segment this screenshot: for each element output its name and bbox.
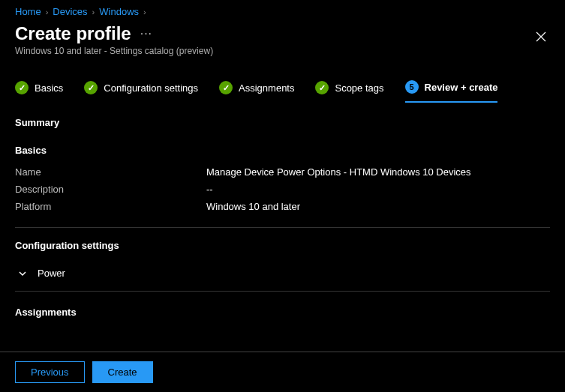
more-icon[interactable]: ··· — [140, 27, 152, 40]
kv-row-name: Name Manage Device Power Options - HTMD … — [15, 166, 550, 178]
check-icon: ✓ — [15, 81, 29, 94]
breadcrumb: Home › Devices › Windows › — [0, 0, 565, 20]
chevron-right-icon: › — [46, 7, 49, 16]
check-icon: ✓ — [84, 81, 98, 94]
tab-basics[interactable]: ✓ Basics — [15, 80, 63, 103]
footer-bar: Previous Create — [0, 352, 565, 392]
tab-review-create[interactable]: 5 Review + create — [405, 80, 498, 103]
summary-heading: Summary — [15, 117, 550, 128]
kv-row-platform: Platform Windows 10 and later — [15, 201, 550, 212]
check-icon: ✓ — [219, 81, 233, 94]
kv-row-description: Description -- — [15, 184, 550, 195]
basics-heading: Basics — [15, 145, 550, 156]
breadcrumb-devices[interactable]: Devices — [53, 6, 87, 17]
power-collapsible[interactable]: Power — [15, 262, 550, 292]
configuration-settings-heading: Configuration settings — [15, 240, 550, 251]
create-button[interactable]: Create — [92, 361, 153, 383]
previous-button[interactable]: Previous — [15, 361, 85, 383]
tab-assignments[interactable]: ✓ Assignments — [219, 80, 294, 103]
tab-label: Scope tags — [335, 82, 383, 94]
breadcrumb-home[interactable]: Home — [15, 6, 41, 17]
collapsible-label: Power — [38, 268, 65, 279]
assignments-heading: Assignments — [15, 307, 550, 318]
kv-label: Description — [15, 184, 206, 195]
kv-label: Platform — [15, 201, 206, 212]
page-subtitle: Windows 10 and later - Settings catalog … — [15, 46, 213, 56]
step-number-icon: 5 — [405, 80, 419, 94]
chevron-down-icon — [18, 269, 27, 278]
breadcrumb-windows[interactable]: Windows — [99, 6, 139, 17]
kv-label: Name — [15, 166, 206, 178]
divider — [15, 227, 550, 228]
tab-label: Assignments — [239, 82, 294, 94]
tab-scope-tags[interactable]: ✓ Scope tags — [315, 80, 383, 103]
tab-label: Review + create — [425, 82, 498, 93]
page-title: Create profile — [15, 23, 131, 44]
page-header: Create profile ··· Windows 10 and later … — [0, 20, 565, 56]
kv-value: Windows 10 and later — [206, 201, 300, 212]
wizard-tabs: ✓ Basics ✓ Configuration settings ✓ Assi… — [0, 56, 565, 103]
tab-label: Basics — [35, 82, 63, 94]
kv-value: -- — [206, 184, 213, 195]
check-icon: ✓ — [315, 81, 329, 94]
chevron-right-icon: › — [143, 7, 146, 16]
tab-configuration-settings[interactable]: ✓ Configuration settings — [84, 80, 198, 103]
close-icon[interactable] — [532, 28, 550, 49]
tab-label: Configuration settings — [104, 82, 198, 94]
content-area: Summary Basics Name Manage Device Power … — [0, 103, 565, 318]
chevron-right-icon: › — [92, 7, 95, 16]
kv-value: Manage Device Power Options - HTMD Windo… — [206, 166, 471, 178]
